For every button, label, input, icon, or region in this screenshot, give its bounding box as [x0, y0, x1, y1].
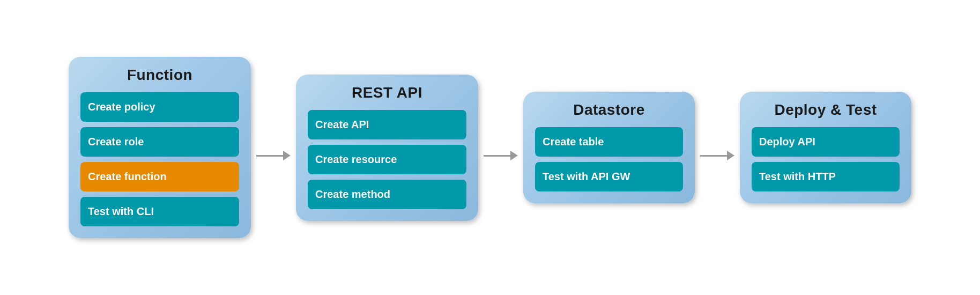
- arrow-1: [251, 151, 296, 160]
- btn-test-cli[interactable]: Test with CLI: [80, 197, 239, 226]
- btn-create-function[interactable]: Create function: [80, 162, 239, 191]
- panel-function: Function Create policy Create role Creat…: [69, 57, 251, 238]
- btn-deploy-api[interactable]: Deploy API: [752, 127, 900, 157]
- panel-rest-api-title: REST API: [308, 84, 466, 101]
- panel-deploy-test: Deploy & Test Deploy API Test with HTTP: [740, 92, 911, 203]
- diagram: Function Create policy Create role Creat…: [47, 46, 933, 249]
- panel-rest-api: REST API Create API Create resource Crea…: [296, 75, 478, 221]
- btn-create-role[interactable]: Create role: [80, 127, 239, 157]
- arrow-2: [478, 151, 523, 160]
- arrow-3: [695, 151, 740, 160]
- btn-create-table[interactable]: Create table: [535, 127, 683, 157]
- panel-function-title: Function: [80, 67, 239, 84]
- btn-create-resource[interactable]: Create resource: [308, 145, 466, 174]
- btn-create-api[interactable]: Create API: [308, 110, 466, 139]
- panel-datastore-title: Datastore: [535, 101, 683, 119]
- arrow-icon-3: [700, 151, 734, 160]
- btn-create-policy[interactable]: Create policy: [80, 92, 239, 122]
- btn-test-api-gw[interactable]: Test with API GW: [535, 162, 683, 191]
- arrow-icon-2: [484, 151, 518, 160]
- panel-deploy-test-title: Deploy & Test: [752, 101, 900, 119]
- btn-test-http[interactable]: Test with HTTP: [752, 162, 900, 191]
- btn-create-method[interactable]: Create method: [308, 180, 466, 209]
- panel-datastore: Datastore Create table Test with API GW: [523, 92, 695, 203]
- arrow-icon-1: [256, 151, 291, 160]
